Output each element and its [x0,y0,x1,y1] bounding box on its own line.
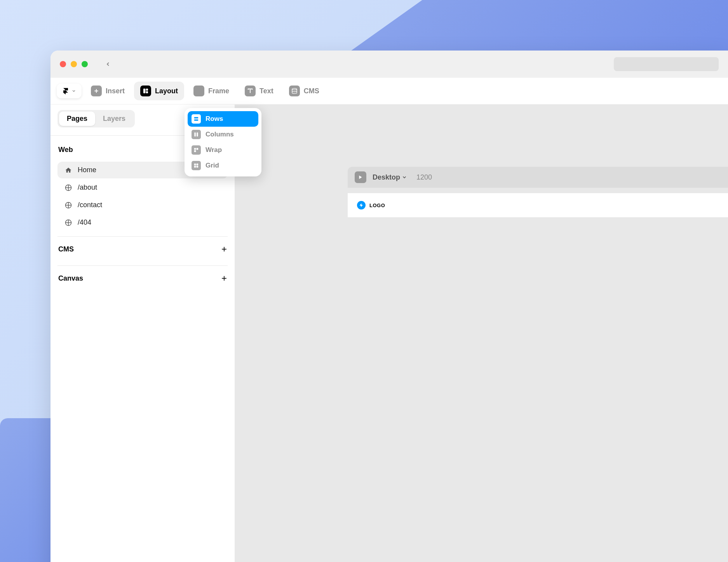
page-label: /404 [78,218,91,227]
logo-text: LOGO [369,202,385,208]
toolbar-label: Layout [155,87,178,95]
main-toolbar: Insert Layout Frame Text CMS [51,78,728,105]
layout-icon [140,86,151,96]
svg-rect-21 [194,148,196,150]
framer-logo-icon [62,87,69,94]
dropdown-label: Columns [206,131,234,138]
svg-rect-24 [194,164,196,166]
wrap-icon [192,145,201,155]
database-icon [289,86,300,96]
page-label: Home [78,166,96,174]
text-icon [245,86,256,96]
play-button[interactable] [355,171,366,183]
svg-point-6 [292,88,297,90]
dropdown-label: Rows [206,115,223,123]
sidebar-tab-switcher: Pages Layers [57,110,135,127]
dropdown-item-grid[interactable]: Grid [188,158,258,173]
grid-icon [192,161,201,170]
app-window: Insert Layout Frame Text CMS [51,51,728,562]
bolt-icon [357,201,366,209]
breakpoint-name: Desktop [373,173,400,182]
page-label: /contact [78,201,102,209]
toolbar-item-cms[interactable]: CMS [283,82,326,100]
add-cms-button[interactable]: + [221,244,227,255]
dropdown-item-rows[interactable]: Rows [188,111,258,127]
breakpoint-selector[interactable]: Desktop [373,173,407,182]
title-search-bar[interactable] [614,57,719,71]
section-title: Web [58,146,73,154]
page-item-contact[interactable]: /contact [57,197,228,213]
toolbar-item-frame[interactable]: Frame [187,82,235,100]
minimize-window-button[interactable] [71,61,77,67]
close-window-button[interactable] [60,61,66,67]
dropdown-item-columns[interactable]: Columns [188,127,258,142]
add-canvas-button[interactable]: + [221,273,227,284]
page-item-404[interactable]: /404 [57,214,228,231]
breakpoint-bar: Desktop 1200 [348,167,728,188]
section-header-canvas: Canvas + [57,267,228,289]
section-header-cms: CMS + [57,238,228,260]
back-button[interactable] [105,61,111,67]
toolbar-item-text[interactable]: Text [239,82,280,100]
columns-icon [192,130,201,139]
content-area: Pages Layers Web Home /about [51,105,728,562]
canvas-area[interactable]: Desktop 1200 LOGO [235,105,728,562]
canvas-frame[interactable]: LOGO [348,193,728,217]
section-title: CMS [58,245,74,253]
svg-rect-4 [146,91,148,93]
svg-rect-18 [194,119,199,121]
layout-dropdown-menu: Rows Columns Wrap Grid [185,108,261,176]
svg-rect-17 [194,117,199,119]
section-title: Canvas [58,274,83,283]
chevron-down-icon [402,175,407,180]
dropdown-label: Wrap [206,146,222,154]
frame-icon [193,86,204,96]
svg-rect-27 [197,166,199,168]
toolbar-item-insert[interactable]: Insert [85,82,131,100]
page-item-about[interactable]: /about [57,179,228,196]
svg-rect-3 [146,89,148,91]
toolbar-item-layout[interactable]: Layout [134,82,184,100]
globe-icon [64,184,72,192]
rows-icon [192,114,201,124]
toolbar-label: Frame [208,87,229,95]
chevron-down-icon [71,89,76,93]
svg-rect-19 [194,133,196,137]
dropdown-item-wrap[interactable]: Wrap [188,142,258,158]
svg-rect-26 [194,166,196,168]
title-bar [51,51,728,78]
dropdown-label: Grid [206,162,219,169]
app-logo-menu[interactable] [57,84,82,98]
svg-rect-20 [197,133,198,137]
toolbar-label: Insert [106,87,125,95]
svg-rect-25 [197,164,199,166]
tab-pages[interactable]: Pages [59,112,95,126]
toolbar-label: CMS [304,87,319,95]
globe-icon [64,219,72,227]
plus-icon [91,86,102,96]
window-controls [60,61,88,67]
tab-layers[interactable]: Layers [95,112,133,126]
svg-rect-23 [194,150,196,152]
globe-icon [64,201,72,209]
svg-marker-16 [359,176,362,179]
breakpoint-width: 1200 [416,173,432,182]
toolbar-label: Text [260,87,273,95]
home-icon [64,166,72,174]
svg-rect-2 [143,89,145,93]
maximize-window-button[interactable] [82,61,88,67]
page-label: /about [78,183,97,192]
svg-rect-22 [197,148,199,150]
